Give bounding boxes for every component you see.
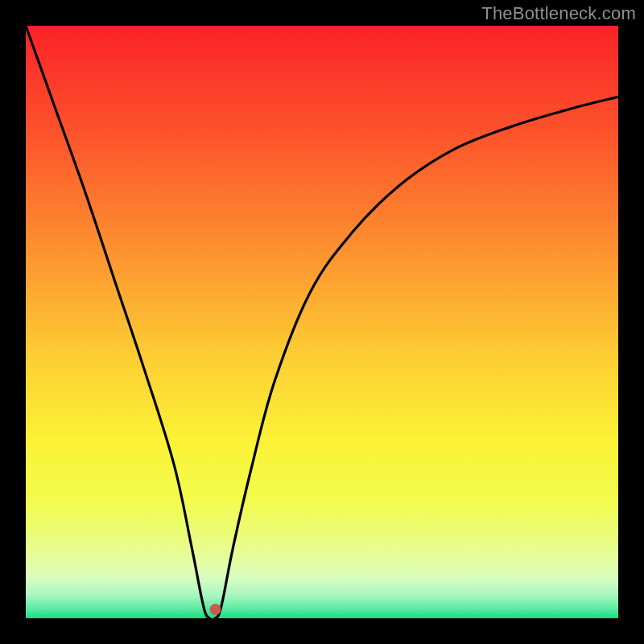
minimum-marker — [210, 604, 221, 615]
chart-frame: TheBottleneck.com — [0, 0, 644, 644]
watermark-text: TheBottleneck.com — [481, 3, 636, 24]
bottleneck-curve — [26, 26, 618, 618]
plot-area — [26, 26, 618, 618]
